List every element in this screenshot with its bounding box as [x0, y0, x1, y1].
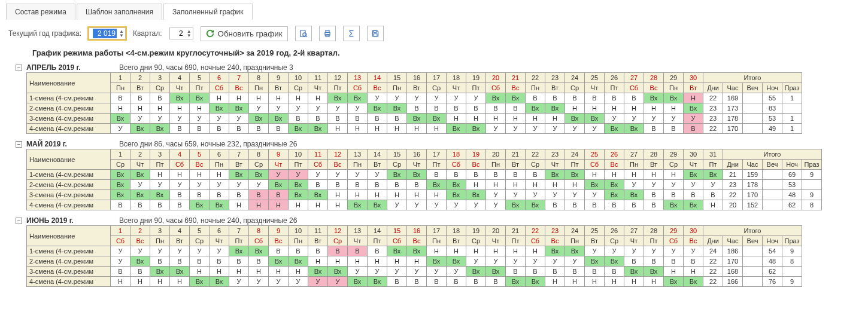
- cell[interactable]: Н: [150, 103, 170, 114]
- cell[interactable]: Вх: [447, 124, 466, 134]
- cell[interactable]: В: [466, 170, 486, 180]
- cell[interactable]: Н: [624, 170, 644, 180]
- cell[interactable]: У: [308, 103, 328, 114]
- cell[interactable]: У: [368, 170, 387, 180]
- cell[interactable]: Н: [427, 246, 447, 256]
- cell[interactable]: В: [407, 180, 427, 190]
- cell[interactable]: Н: [526, 180, 545, 190]
- cell[interactable]: Вх: [447, 180, 466, 190]
- cell[interactable]: Вх: [308, 267, 328, 277]
- cell[interactable]: Н: [565, 103, 585, 114]
- cell[interactable]: Вх: [664, 93, 684, 103]
- cell[interactable]: В: [486, 170, 506, 180]
- save-button[interactable]: [367, 26, 384, 41]
- cell[interactable]: У: [150, 114, 170, 124]
- cell[interactable]: У: [565, 190, 585, 200]
- cell[interactable]: У: [565, 256, 585, 267]
- cell[interactable]: Н: [545, 114, 565, 124]
- cell[interactable]: В: [644, 124, 664, 134]
- cell[interactable]: В: [328, 180, 348, 190]
- cell[interactable]: Вх: [605, 180, 624, 190]
- cell[interactable]: Вх: [585, 180, 605, 190]
- cell[interactable]: Н: [229, 267, 249, 277]
- cell[interactable]: У: [150, 246, 170, 256]
- cell[interactable]: У: [308, 277, 328, 287]
- cell[interactable]: Вх: [624, 124, 644, 134]
- tab-1[interactable]: Шаблон заполнения: [77, 4, 162, 20]
- cell[interactable]: У: [190, 180, 210, 190]
- cell[interactable]: Н: [308, 256, 328, 267]
- cell[interactable]: Вх: [150, 190, 170, 200]
- cell[interactable]: Н: [466, 114, 486, 124]
- cell[interactable]: У: [190, 114, 210, 124]
- cell[interactable]: Вх: [269, 256, 289, 267]
- cell[interactable]: В: [348, 180, 368, 190]
- cell[interactable]: У: [308, 170, 328, 180]
- cell[interactable]: Вх: [308, 190, 328, 200]
- quarter-spinner[interactable]: ▲▼: [169, 27, 193, 39]
- cell[interactable]: В: [190, 190, 210, 200]
- cell[interactable]: В: [111, 200, 130, 210]
- cell[interactable]: В: [407, 103, 427, 114]
- cell[interactable]: Вх: [407, 170, 427, 180]
- cell[interactable]: Вх: [624, 267, 644, 277]
- cell[interactable]: Вх: [150, 124, 170, 134]
- cell[interactable]: Н: [328, 124, 348, 134]
- cell[interactable]: В: [348, 246, 368, 256]
- cell[interactable]: У: [289, 277, 308, 287]
- cell[interactable]: В: [407, 277, 427, 287]
- cell[interactable]: У: [368, 93, 387, 103]
- cell[interactable]: Вх: [111, 170, 130, 180]
- cell[interactable]: Н: [348, 256, 368, 267]
- cell[interactable]: Н: [664, 170, 684, 180]
- cell[interactable]: У: [111, 256, 130, 267]
- cell[interactable]: Н: [190, 103, 210, 114]
- cell[interactable]: В: [348, 114, 368, 124]
- cell[interactable]: Н: [130, 277, 150, 287]
- cell[interactable]: В: [644, 256, 664, 267]
- cell[interactable]: В: [506, 170, 526, 180]
- cell[interactable]: Н: [368, 124, 387, 134]
- cell[interactable]: У: [486, 200, 506, 210]
- cell[interactable]: В: [624, 200, 644, 210]
- cell[interactable]: В: [130, 267, 150, 277]
- cell[interactable]: Вх: [210, 200, 229, 210]
- cell[interactable]: В: [328, 246, 348, 256]
- cell[interactable]: Н: [466, 246, 486, 256]
- cell[interactable]: У: [210, 114, 229, 124]
- cell[interactable]: Вх: [229, 103, 249, 114]
- cell[interactable]: Вх: [190, 277, 210, 287]
- cell[interactable]: Н: [229, 93, 249, 103]
- cell[interactable]: Вх: [387, 103, 407, 114]
- cell[interactable]: У: [486, 190, 506, 200]
- cell[interactable]: У: [565, 124, 585, 134]
- cell[interactable]: В: [684, 256, 703, 267]
- cell[interactable]: У: [585, 190, 605, 200]
- cell[interactable]: Н: [210, 93, 229, 103]
- cell[interactable]: В: [466, 277, 486, 287]
- cell[interactable]: Вх: [466, 190, 486, 200]
- cell[interactable]: У: [703, 180, 723, 190]
- cell[interactable]: В: [447, 277, 466, 287]
- cell[interactable]: В: [526, 170, 545, 180]
- cell[interactable]: В: [644, 190, 664, 200]
- cell[interactable]: Вх: [565, 114, 585, 124]
- cell[interactable]: Вх: [269, 180, 289, 190]
- cell[interactable]: Вх: [387, 170, 407, 180]
- cell[interactable]: У: [348, 170, 368, 180]
- cell[interactable]: Вх: [526, 277, 545, 287]
- cell[interactable]: Вх: [229, 170, 249, 180]
- cell[interactable]: У: [348, 103, 368, 114]
- cell[interactable]: У: [427, 200, 447, 210]
- cell[interactable]: Вх: [664, 200, 684, 210]
- cell[interactable]: У: [170, 180, 190, 190]
- cell[interactable]: Вх: [466, 267, 486, 277]
- cell[interactable]: Вх: [249, 114, 269, 124]
- cell[interactable]: Н: [269, 93, 289, 103]
- cell[interactable]: Н: [605, 277, 624, 287]
- cell[interactable]: Вх: [130, 124, 150, 134]
- cell[interactable]: У: [506, 124, 526, 134]
- cell[interactable]: У: [466, 200, 486, 210]
- cell[interactable]: Н: [585, 103, 605, 114]
- cell[interactable]: Н: [644, 277, 664, 287]
